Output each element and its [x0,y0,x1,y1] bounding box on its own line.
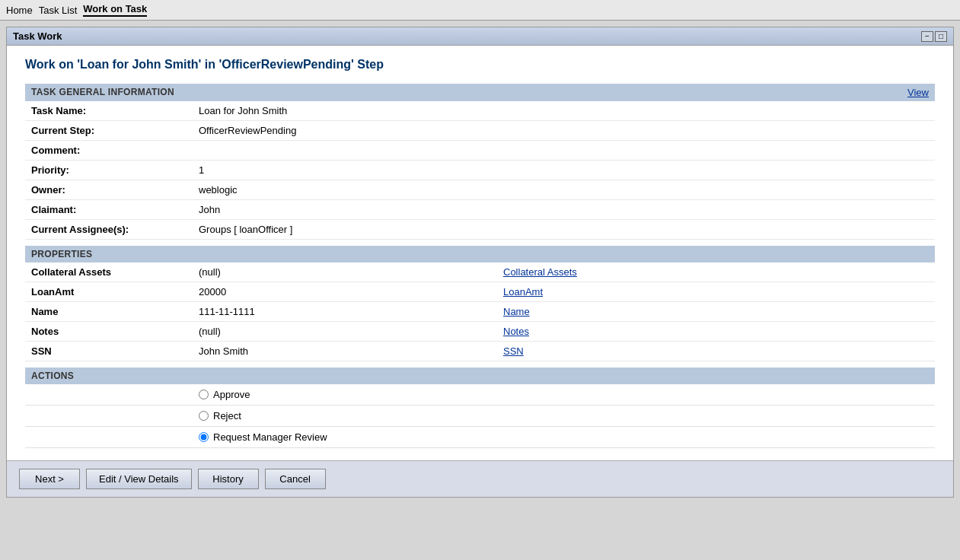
loanamt-row: LoanAmt 20000 LoanAmt [25,282,935,302]
collateral-row: Collateral Assets (null) Collateral Asse… [25,262,935,282]
task-general-label: Task General Information [31,87,174,97]
collateral-link[interactable]: Collateral Assets [497,262,935,282]
loanamt-value: 20000 [193,282,497,302]
owner-row: Owner: weblogic [25,180,935,200]
reject-radio[interactable] [199,411,209,421]
page-body: Work on 'Loan for John Smith' in 'Office… [7,46,953,460]
nav-task-list[interactable]: Task List [39,5,78,16]
task-name-value: Loan for John Smith [193,101,935,121]
task-name-row: Task Name: Loan for John Smith [25,101,935,121]
task-general-header: Task General Information View [25,84,935,101]
ssn-link[interactable]: SSN [497,342,935,361]
ssn-label: SSN [25,342,193,361]
reject-text: Reject [213,410,241,422]
collateral-label: Collateral Assets [25,262,193,282]
manager-review-text: Request Manager Review [213,431,327,443]
loanamt-link[interactable]: LoanAmt [497,282,935,302]
manager-review-radio[interactable] [199,432,209,442]
nav-work-on-task[interactable]: Work on Task [83,3,147,17]
top-navigation: Home Task List Work on Task [0,0,960,21]
approve-radio[interactable] [199,390,209,399]
properties-label: Properties [31,249,92,259]
task-general-table: Task General Information View Task Name:… [25,84,935,240]
assignees-row: Current Assignee(s): Groups [ loanOffice… [25,220,935,240]
actions-label: Actions [31,371,74,381]
notes-link[interactable]: Notes [497,322,935,342]
task-name-label: Task Name: [25,101,193,121]
claimant-value: John [193,200,935,220]
approve-label[interactable]: Approve [199,389,929,400]
reject-label[interactable]: Reject [199,410,929,422]
actions-table: Actions Approve Reject [25,368,935,448]
reject-option-row: Reject [25,406,935,427]
current-step-value: OfficerReviewPending [193,121,935,141]
owner-value: weblogic [193,180,935,200]
name-value: 111-11-1111 [193,302,497,322]
current-step-label: Current Step: [25,121,193,141]
maximize-button[interactable]: □ [935,31,947,42]
minimize-button[interactable]: − [921,31,933,42]
approve-option-row: Approve [25,384,935,406]
priority-row: Priority: 1 [25,161,935,180]
comment-row: Comment: [25,141,935,161]
loanamt-label: LoanAmt [25,282,193,302]
properties-table: Properties Collateral Assets (null) Coll… [25,246,935,361]
name-label: Name [25,302,193,322]
notes-label: Notes [25,322,193,342]
panel-header: Task Work − □ [7,27,953,46]
page-heading: Work on 'Loan for John Smith' in 'Office… [25,58,935,72]
collateral-value: (null) [193,262,497,282]
panel-title: Task Work [13,30,62,42]
properties-header: Properties [25,246,935,262]
manager-review-option-row: Request Manager Review [25,427,935,448]
panel-controls: − □ [921,31,947,42]
history-button[interactable]: History [198,469,259,489]
claimant-row: Claimant: John [25,200,935,220]
claimant-label: Claimant: [25,200,193,220]
ssn-value: John Smith [193,342,497,361]
ssn-row: SSN John Smith SSN [25,342,935,361]
footer-bar: Next > Edit / View Details History Cance… [7,460,953,497]
assignees-value: Groups [ loanOfficer ] [193,220,935,240]
priority-value: 1 [193,161,935,180]
view-link[interactable]: View [907,87,929,98]
name-link[interactable]: Name [497,302,935,322]
manager-review-label[interactable]: Request Manager Review [199,431,929,443]
nav-home[interactable]: Home [6,5,33,16]
name-row: Name 111-11-1111 Name [25,302,935,322]
priority-label: Priority: [25,161,193,180]
notes-row: Notes (null) Notes [25,322,935,342]
main-container: Task Work − □ Work on 'Loan for John Smi… [6,27,954,498]
owner-label: Owner: [25,180,193,200]
comment-label: Comment: [25,141,193,161]
cancel-button[interactable]: Cancel [265,469,326,489]
actions-header: Actions [25,368,935,384]
approve-text: Approve [213,389,250,400]
assignees-label: Current Assignee(s): [25,220,193,240]
comment-value [193,141,935,161]
edit-view-details-button[interactable]: Edit / View Details [86,469,192,489]
next-button[interactable]: Next > [19,469,80,489]
current-step-row: Current Step: OfficerReviewPending [25,121,935,141]
notes-value: (null) [193,322,497,342]
